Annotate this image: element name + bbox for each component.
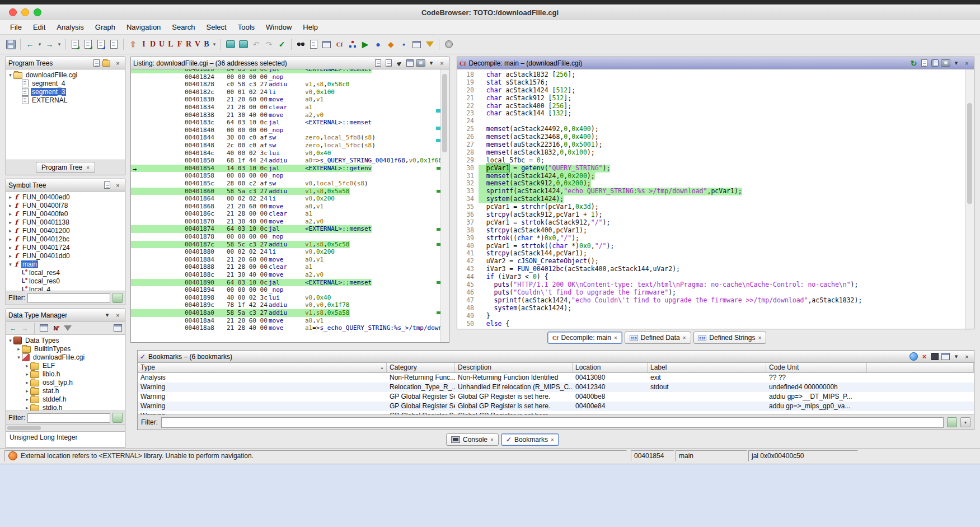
symbol-tree-item-fun-004012bc[interactable]: ▸fFUN_004012bc: [6, 235, 125, 243]
decompile-line-43[interactable]: 43iVar3 = FUN_004012bc(acStack400,acStac…: [457, 265, 974, 273]
decompile-line-28[interactable]: 28memset(acStack1832,0,0x100);: [457, 149, 974, 157]
column-header-category[interactable]: Category: [387, 363, 455, 373]
listing-row-00401878[interactable]: 0040187800 00 00 00_nop: [131, 233, 449, 241]
close-icon[interactable]: ×: [962, 58, 972, 68]
listing-row-0040183c[interactable]: 0040183c64 03 10 0cjal<EXTERNAL>::memset: [131, 119, 449, 127]
decompile-line-21[interactable]: 21char acStack912 [512];: [457, 95, 974, 102]
run-script-button[interactable]: ▶: [359, 38, 372, 51]
tables-button[interactable]: [410, 38, 423, 51]
program-tree-item-segment-3[interactable]: segment_3: [6, 87, 125, 96]
diff-button[interactable]: ◆: [385, 38, 397, 51]
previous-type-button[interactable]: ←: [8, 323, 18, 333]
data-window-button[interactable]: ▪: [397, 38, 410, 51]
close-icon[interactable]: ×: [490, 437, 494, 443]
listing-row-00401880[interactable]: 0040188000 02 02 24liv0,0x200: [131, 248, 449, 256]
decompile-line-37[interactable]: 37pcVar1 = strtok(acStack912,"/");: [457, 219, 974, 227]
symbol-tree-item-fun-00401200[interactable]: ▸fFUN_00401200: [6, 226, 125, 235]
listing-row-004018a4[interactable]: 004018a421 20 60 00movea0,v1: [131, 317, 449, 325]
menu-edit[interactable]: Edit: [27, 20, 51, 34]
listing-row-00401858[interactable]: 0040185800 00 00 00_nop: [131, 172, 449, 180]
menu-analysis[interactable]: Analysis: [51, 20, 89, 34]
menu-file[interactable]: File: [4, 20, 27, 34]
decompile-line-38[interactable]: 38strcpy(acStack400,pcVar1);: [457, 227, 974, 235]
expander-icon[interactable]: ▸: [7, 245, 13, 250]
copy-button[interactable]: [920, 58, 929, 68]
expander-icon[interactable]: ▸: [7, 236, 13, 242]
tab-console[interactable]: Console×: [446, 433, 499, 446]
forward-button[interactable]: →: [43, 38, 56, 51]
bookmark-row-2[interactable]: WarningGP Global Register SetGlobal GP R…: [138, 392, 974, 402]
expander-icon[interactable]: ▸: [7, 220, 13, 225]
symbol-tree-item-local-res0[interactable]: Llocal_res0: [6, 277, 125, 285]
decompile-line-46[interactable]: 46puts("Couldn\'t find to upgrade the fi…: [457, 289, 974, 297]
close-icon[interactable]: ×: [551, 437, 554, 443]
expander-icon[interactable]: ▸: [7, 253, 13, 259]
expander-icon[interactable]: ▸: [24, 371, 30, 377]
menu-search[interactable]: Search: [166, 20, 200, 34]
data-type-filter-input[interactable]: [27, 413, 110, 423]
decompile-scrollbar[interactable]: [965, 69, 974, 329]
search-button[interactable]: [294, 38, 307, 51]
listing-row-00401860[interactable]: 0040186058 5a c3 27addiuv1,s8,0x5a58: [131, 188, 449, 195]
listing-row-0040188c[interactable]: 0040188c21 30 40 00movea2,v0: [131, 271, 449, 279]
snapshot-button[interactable]: [416, 58, 425, 68]
symbol-tree-item-fun-00400ed0[interactable]: ▸fFUN_00400ed0: [6, 193, 125, 201]
listing-row-00401868[interactable]: 0040186821 20 60 00movea0,v1: [131, 203, 449, 211]
next-f-button[interactable]: F: [175, 38, 184, 51]
filter-options-icon[interactable]: [112, 293, 123, 303]
listing-scrollbar[interactable]: [440, 69, 449, 342]
panel-menu-icon[interactable]: ▾: [951, 58, 961, 68]
expander-icon[interactable]: ▸: [7, 228, 13, 234]
expander-icon[interactable]: ▸: [24, 363, 30, 369]
decompile-line-50[interactable]: 50else {: [457, 320, 974, 328]
close-icon[interactable]: ×: [614, 335, 617, 341]
close-icon[interactable]: ×: [962, 352, 972, 361]
expander-icon[interactable]: ▸: [24, 405, 30, 411]
expander-icon[interactable]: ▾: [7, 72, 13, 78]
next-b-button[interactable]: B: [202, 38, 211, 51]
listing-row-00401874[interactable]: 0040187464 03 10 0cjal<EXTERNAL>::memset: [131, 225, 449, 233]
tab-bookmarks[interactable]: ✓Bookmarks×: [501, 433, 559, 446]
data-type-item-builtintypes[interactable]: ▸BuiltInTypes: [6, 344, 125, 353]
expander-icon[interactable]: ▸: [16, 346, 22, 352]
toggle-search-direction-button[interactable]: ⇧: [126, 38, 139, 51]
new-tree-button[interactable]: [92, 58, 101, 68]
symbol-tree-item-fun-00400fe0[interactable]: ▸fFUN_00400fe0: [6, 209, 125, 218]
listing-row-0040185c[interactable]: 0040185c28 00 c2 afswv0,local_5fc0(s8): [131, 180, 449, 188]
refresh-button[interactable]: ↻: [909, 58, 918, 68]
menu-tools[interactable]: Tools: [232, 20, 260, 34]
next-r-button[interactable]: R: [184, 38, 193, 51]
data-type-item-stat-h[interactable]: ▸stat.h: [6, 386, 125, 395]
next-u-button[interactable]: U: [157, 38, 166, 51]
decompile-line-24[interactable]: 24: [457, 118, 974, 125]
listing-row-00401864[interactable]: 0040186400 02 02 24liv0,0x200: [131, 195, 449, 203]
listing-row-0040189c[interactable]: 0040189c78 1f 42 24addiuv0,v0,0x1f78: [131, 301, 449, 309]
listing-row-00401840[interactable]: 0040184000 00 00 00_nop: [131, 127, 449, 134]
symbol-tree-item-local-4[interactable]: Llocal_4: [6, 285, 125, 291]
next-type-button[interactable]: →: [20, 323, 30, 333]
listing-row-0040182c[interactable]: 0040182c00 01 02 24liv0,0x100: [131, 88, 449, 96]
decompile-line-20[interactable]: 20char acStack1424 [512];: [457, 87, 974, 95]
decompile-line-39[interactable]: 39strtok((char *)0x0,"/");: [457, 235, 974, 242]
bookmark-row-0[interactable]: AnalysisNon-Returning Func...Non-Returni…: [138, 373, 974, 383]
decompile-line-41[interactable]: 41strcpy(acStack144,pcVar1);: [457, 250, 974, 258]
decompile-line-49[interactable]: 49}: [457, 313, 974, 320]
program-trees-header[interactable]: Program Trees ×: [6, 57, 125, 69]
decompile-line-29[interactable]: 29local_5fbc = 0;: [457, 157, 974, 165]
redo-button[interactable]: ↷: [262, 38, 275, 51]
decompile-line-35[interactable]: 35pcVar1 = strchr(pcVar1,0x3d);: [457, 203, 974, 211]
symbol-tree-header[interactable]: Symbol Tree ×: [6, 179, 125, 192]
decompile-line-19[interactable]: 19stat sStack1576;: [457, 79, 974, 87]
listing-body[interactable]: 0040182064 03 10 0cjal<EXTERNAL>::memset…: [131, 69, 449, 342]
next-i-button[interactable]: I: [139, 38, 148, 51]
decompile-line-18[interactable]: 18char acStack1832 [256];: [457, 71, 974, 79]
hide-names-button[interactable]: N: [50, 323, 61, 333]
scroll-thumb[interactable]: [967, 103, 972, 204]
assemble-button[interactable]: [237, 38, 250, 51]
bookmark-row-1[interactable]: WarningRelocation_Type_R_...Unhandled El…: [138, 383, 974, 392]
menu-window[interactable]: Window: [260, 20, 297, 34]
symbol-tree-item-main[interactable]: ▾fmain: [6, 260, 125, 268]
decompile-line-27[interactable]: 27memset(auStack22316,0,0x5001);: [457, 141, 974, 149]
column-header-code-unit[interactable]: Code Unit: [766, 363, 867, 373]
clone-button[interactable]: [107, 38, 120, 51]
